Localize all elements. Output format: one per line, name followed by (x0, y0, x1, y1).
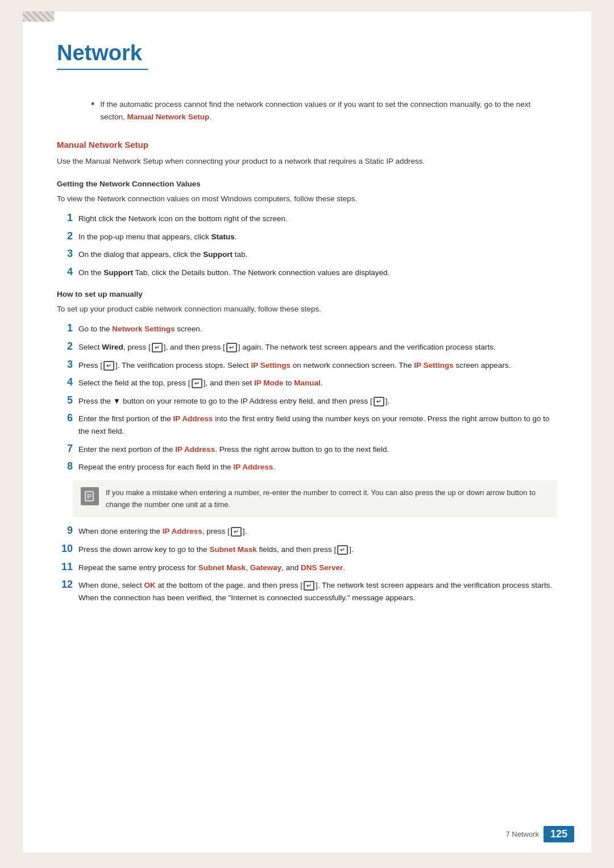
footer: 7 Network 125 (505, 826, 574, 842)
manual-setup-heading: Manual Network Setup (57, 140, 557, 149)
how-to-set-list: 1 Go to the Network Settings screen. 2 S… (57, 322, 557, 473)
table-row: 7 Enter the next portion of the IP Addre… (57, 442, 557, 456)
table-row: 12 When done, select OK at the bottom of… (57, 578, 557, 604)
enter-icon: ↵ (374, 397, 384, 406)
table-row: 1 Right click the Network icon on the bo… (57, 211, 557, 225)
how-to-set-intro: To set up your product cable network con… (57, 303, 557, 316)
page-title: Network (57, 41, 148, 70)
note-box: If you make a mistake when entering a nu… (73, 480, 557, 518)
table-row: 3 Press [↵]. The verification process st… (57, 358, 557, 372)
note-text: If you make a mistake when entering a nu… (106, 487, 549, 511)
how-to-set-subheading: How to set up manually (57, 290, 557, 298)
how-to-set-list-continued: 9 When done entering the IP Address, pre… (57, 524, 557, 604)
page-container: Network • If the automatic process canno… (23, 11, 591, 853)
table-row: 9 When done entering the IP Address, pre… (57, 524, 557, 538)
table-row: 4 On the Support Tab, click the Details … (57, 265, 557, 279)
table-row: 10 Press the down arrow key to go to the… (57, 542, 557, 556)
getting-values-intro: To view the Network connection values on… (57, 193, 557, 206)
table-row: 2 In the pop-up menu that appears, click… (57, 230, 557, 243)
white-tab (54, 11, 85, 22)
enter-icon: ↵ (152, 343, 163, 352)
bullet-item: • If the automatic process cannot find t… (91, 98, 557, 123)
enter-icon: ↵ (226, 343, 237, 352)
enter-icon: ↵ (192, 379, 202, 388)
bullet-intro-section: • If the automatic process cannot find t… (91, 98, 557, 123)
table-row: 8 Repeat the entry process for each fiel… (57, 460, 557, 474)
footer-page-number: 125 (544, 826, 574, 842)
enter-icon: ↵ (231, 527, 242, 537)
enter-icon: ↵ (103, 361, 114, 371)
table-row: 5 Press the ▼ button on your remote to g… (57, 394, 557, 408)
getting-values-subheading: Getting the Network Connection Values (57, 180, 557, 188)
table-row: 2 Select Wired, press [↵], and then pres… (57, 340, 557, 354)
enter-icon: ↵ (337, 545, 348, 555)
manual-setup-intro: Use the Manual Network Setup when connec… (57, 155, 557, 168)
table-row: 11 Repeat the same entry process for Sub… (57, 560, 557, 574)
hatch-bar (23, 11, 74, 22)
getting-values-list: 1 Right click the Network icon on the bo… (57, 211, 557, 279)
manual-setup-link: Manual Network Setup (127, 113, 210, 121)
bullet-text: If the automatic process cannot find the… (100, 98, 557, 123)
table-row: 1 Go to the Network Settings screen. (57, 322, 557, 335)
table-row: 6 Enter the first portion of the IP Addr… (57, 412, 557, 437)
bullet-dot: • (91, 98, 94, 111)
enter-icon: ↵ (304, 581, 314, 591)
footer-chapter-label: 7 Network (505, 830, 539, 838)
note-icon (81, 487, 99, 505)
table-row: 4 Select the field at the top, press [↵]… (57, 376, 557, 389)
table-row: 3 On the dialog that appears, click the … (57, 247, 557, 261)
